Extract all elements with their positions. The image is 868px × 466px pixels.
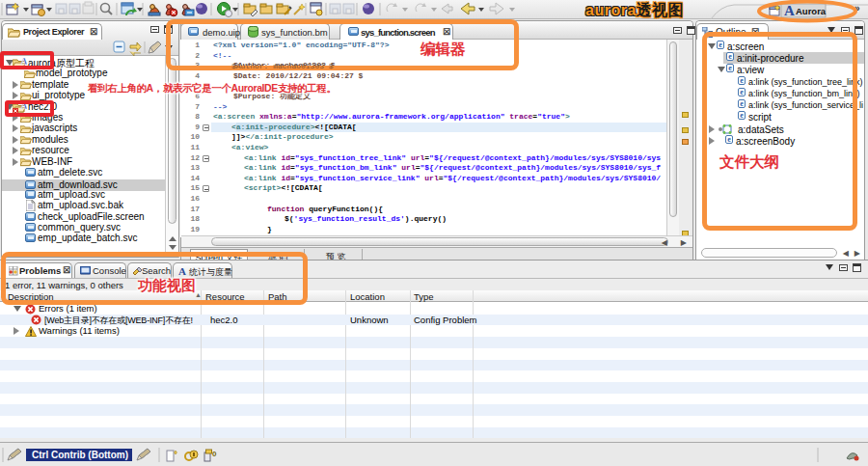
svg-text:0: 0 — [212, 450, 217, 458]
svg-text:Ctrl Contrib (Bottom): Ctrl Contrib (Bottom) — [32, 450, 128, 460]
